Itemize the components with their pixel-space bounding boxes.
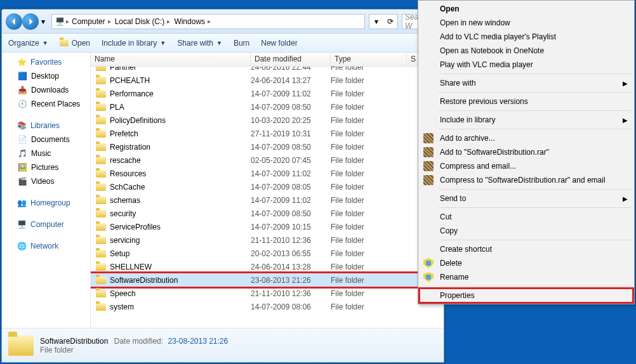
- file-date: 14-07-2009 10:15: [251, 223, 331, 231]
- table-row[interactable]: SchCache14-07-2009 08:05File folder: [91, 180, 444, 193]
- details-pane: SoftwareDistribution Date modified: 23-0…: [2, 328, 444, 362]
- table-row[interactable]: PLA14-07-2009 08:50File folder: [91, 100, 444, 114]
- menu-share-with[interactable]: Share with▶: [420, 76, 633, 90]
- homegroup-icon: 👥: [17, 198, 27, 208]
- sidebar-item-downloads[interactable]: 📥Downloads: [2, 83, 90, 97]
- file-date: 21-11-2010 12:36: [251, 236, 331, 245]
- file-type: File folder: [331, 263, 407, 271]
- table-row[interactable]: ServiceProfiles14-07-2009 10:15File fold…: [91, 220, 444, 233]
- sidebar-item-desktop[interactable]: 🟦Desktop: [2, 69, 90, 83]
- menu-vlc-play[interactable]: Play with VLC media player: [420, 58, 633, 72]
- file-type: File folder: [331, 289, 407, 298]
- table-row[interactable]: Registration14-07-2009 08:50File folder: [91, 140, 444, 153]
- file-name: PolicyDefinitions: [110, 116, 166, 125]
- submenu-arrow-icon: ▶: [623, 117, 628, 124]
- table-row[interactable]: rescache02-05-2020 07:45File folder: [91, 153, 444, 167]
- file-name: PCHEALTH: [110, 76, 150, 85]
- winrar-icon: [423, 147, 434, 157]
- menu-open[interactable]: Open: [420, 2, 633, 16]
- table-row[interactable]: PolicyDefinitions10-03-2020 20:25File fo…: [91, 114, 444, 127]
- table-row[interactable]: security14-07-2009 08:50File folder: [91, 207, 444, 220]
- table-row[interactable]: SoftwareDistribution23-08-2013 21:26File…: [91, 273, 444, 287]
- folder-icon: [96, 170, 106, 178]
- menu-rename[interactable]: Rename: [420, 270, 633, 284]
- menu-onenote[interactable]: Open as Notebook in OneNote: [420, 44, 633, 58]
- libraries-group[interactable]: 📚Libraries: [2, 119, 90, 133]
- file-date: 10-03-2020 20:25: [251, 116, 331, 125]
- file-type: File folder: [331, 156, 407, 165]
- shield-icon: [423, 272, 434, 282]
- computer-group[interactable]: 🖥️Computer: [2, 218, 90, 231]
- file-name: Prefetch: [110, 129, 138, 138]
- table-row[interactable]: Panther24-06-2016 22:44File folder: [91, 67, 444, 74]
- file-name: security: [110, 209, 136, 218]
- menu-send-to[interactable]: Send to▶: [420, 192, 633, 205]
- file-name: Registration: [110, 143, 150, 152]
- table-row[interactable]: Setup20-02-2013 06:55File folder: [91, 247, 444, 260]
- open-button[interactable]: Open: [60, 39, 90, 48]
- organize-button[interactable]: Organize▼: [8, 39, 48, 48]
- menu-compress-rar-email[interactable]: Compress to "SoftwareDistribution.rar" a…: [420, 173, 633, 187]
- back-button[interactable]: [6, 13, 22, 30]
- breadcrumb[interactable]: 🖥️ ▸ Computer▸ Local Disk (C:)▸ Windows▸: [51, 14, 365, 29]
- file-date: 14-07-2009 08:06: [251, 302, 331, 311]
- menu-restore-versions[interactable]: Restore previous versions: [420, 94, 633, 108]
- file-name: Performance: [110, 89, 154, 98]
- table-row[interactable]: SHELLNEW24-06-2014 13:28File folder: [91, 260, 444, 273]
- file-date: 14-07-2009 11:02: [251, 196, 331, 205]
- homegroup-group[interactable]: 👥Homegroup: [2, 196, 90, 210]
- status-date-label: Date modified:: [114, 337, 163, 346]
- status-name: SoftwareDistribution: [40, 337, 108, 346]
- sidebar-item-documents[interactable]: 📄Documents: [2, 133, 90, 146]
- share-with-button[interactable]: Share with▼: [177, 39, 222, 48]
- file-type: File folder: [331, 249, 407, 258]
- winrar-icon: [423, 161, 434, 171]
- file-name: ServiceProfiles: [110, 223, 161, 231]
- include-library-button[interactable]: Include in library▼: [102, 39, 166, 48]
- table-row[interactable]: Prefetch27-11-2019 10:31File folder: [91, 127, 444, 140]
- computer-icon: 🖥️: [55, 16, 65, 27]
- documents-icon: 📄: [17, 134, 27, 145]
- file-name: SoftwareDistribution: [110, 276, 178, 285]
- menu-include-library[interactable]: Include in library▶: [420, 113, 633, 127]
- table-row[interactable]: Resources14-07-2009 11:02File folder: [91, 167, 444, 180]
- table-row[interactable]: Speech21-11-2010 12:36File folder: [91, 287, 444, 300]
- menu-properties[interactable]: Properties: [420, 289, 633, 302]
- menu-copy[interactable]: Copy: [420, 224, 633, 238]
- menu-vlc-playlist[interactable]: Add to VLC media player's Playlist: [420, 30, 633, 44]
- forward-button[interactable]: [22, 13, 39, 30]
- table-row[interactable]: servicing21-11-2010 12:36File folder: [91, 233, 444, 247]
- table-row[interactable]: Performance14-07-2009 11:02File folder: [91, 87, 444, 100]
- refresh-button[interactable]: ⟳: [383, 15, 397, 29]
- menu-add-archive[interactable]: Add to archive...: [420, 131, 633, 145]
- sidebar-item-music[interactable]: 🎵Music: [2, 146, 90, 160]
- menu-compress-email[interactable]: Compress and email...: [420, 159, 633, 173]
- new-folder-button[interactable]: New folder: [261, 39, 297, 48]
- menu-add-rar[interactable]: Add to "SoftwareDistribution.rar": [420, 145, 633, 159]
- file-type: File folder: [331, 196, 407, 205]
- network-group[interactable]: 🌐Network: [2, 239, 90, 253]
- column-headers[interactable]: Name Date modified Type S: [91, 53, 444, 67]
- file-type: File folder: [331, 223, 407, 231]
- table-row[interactable]: PCHEALTH24-06-2014 13:27File folder: [91, 74, 444, 87]
- file-name: schemas: [110, 196, 140, 205]
- sidebar-item-pictures[interactable]: 🖼️Pictures: [2, 160, 90, 174]
- menu-create-shortcut[interactable]: Create shortcut: [420, 242, 633, 256]
- favorites-group[interactable]: ⭐Favorites: [2, 55, 90, 69]
- file-date: 24-06-2014 13:27: [251, 76, 331, 85]
- burn-button[interactable]: Burn: [234, 39, 249, 48]
- folder-icon: [96, 290, 106, 297]
- menu-cut[interactable]: Cut: [420, 210, 633, 224]
- table-row[interactable]: schemas14-07-2009 11:02File folder: [91, 193, 444, 207]
- address-dropdown[interactable]: ▾: [369, 15, 383, 29]
- file-type: File folder: [331, 129, 407, 138]
- explorer-window: ▾ 🖥️ ▸ Computer▸ Local Disk (C:)▸ Window…: [1, 9, 444, 363]
- sidebar-item-videos[interactable]: 🎬Videos: [2, 174, 90, 188]
- nav-history-dropdown[interactable]: ▾: [39, 13, 48, 30]
- sidebar-item-recent[interactable]: 🕘Recent Places: [2, 97, 90, 111]
- table-row[interactable]: system14-07-2009 08:06File folder: [91, 300, 444, 313]
- file-name: PLA: [110, 103, 124, 112]
- menu-delete[interactable]: Delete: [420, 256, 633, 270]
- file-name: system: [110, 302, 134, 311]
- menu-open-new-window[interactable]: Open in new window: [420, 16, 633, 30]
